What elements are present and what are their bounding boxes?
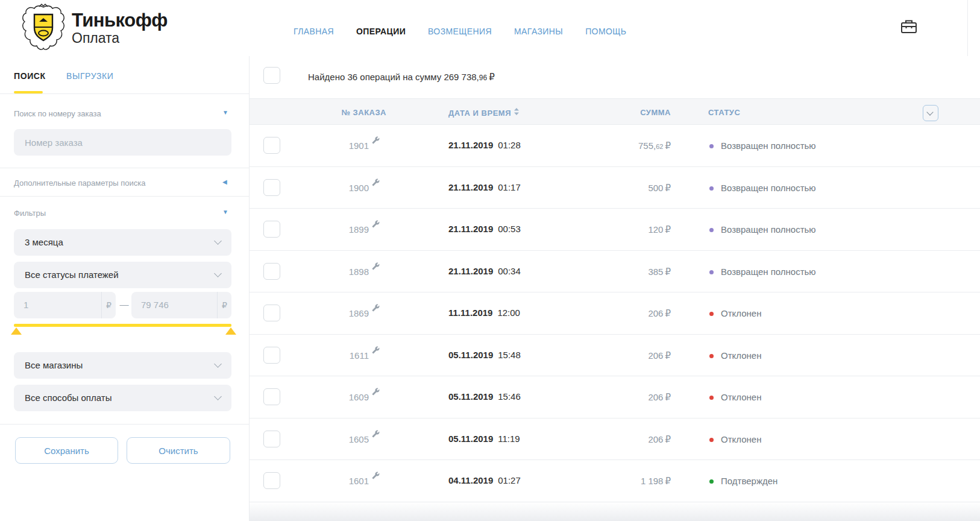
row-checkbox[interactable]: [263, 472, 280, 489]
period-select-value: 3 месяца: [25, 237, 63, 247]
order-number-cell: 1611: [309, 350, 369, 361]
operations-list: 1901 21.11.201901:28 755,62₽ Возвращен п…: [250, 125, 980, 502]
row-checkbox[interactable]: [263, 347, 280, 364]
amount-value: 206: [648, 350, 663, 361]
amount-cell: 500₽: [580, 183, 671, 194]
brand-title: Тинькофф: [72, 11, 168, 30]
payment-status-select[interactable]: Все статусы платежей: [14, 262, 231, 288]
nav-item-home[interactable]: ГЛАВНАЯ: [294, 27, 334, 36]
nav-item-refunds[interactable]: ВОЗМЕЩЕНИЯ: [428, 27, 492, 36]
column-header-amount[interactable]: СУММА: [587, 108, 671, 117]
date-value: 21.11.2019: [448, 224, 493, 234]
amount-value: 1 198: [641, 476, 664, 486]
status-label: Возвращен полностью: [721, 183, 816, 193]
datetime-cell: 05.11.201915:48: [448, 350, 521, 360]
row-checkbox[interactable]: [263, 263, 280, 280]
wrench-icon: [372, 303, 380, 314]
chevron-down-icon: [214, 270, 222, 277]
amount-value: 206: [648, 308, 663, 318]
row-checkbox[interactable]: [263, 221, 280, 238]
row-checkbox[interactable]: [263, 305, 280, 321]
order-number-input[interactable]: [14, 129, 231, 156]
row-checkbox[interactable]: [263, 388, 280, 405]
table-row[interactable]: 1900 21.11.201901:17 500₽ Возвращен полн…: [250, 167, 980, 209]
nav-item-help[interactable]: ПОМОЩЬ: [585, 27, 626, 36]
row-checkbox[interactable]: [263, 179, 280, 196]
tab-exports[interactable]: ВЫГРУЗКИ: [66, 71, 113, 81]
datetime-cell: 05.11.201911:19: [448, 434, 520, 444]
order-number-cell: 1898: [309, 267, 369, 277]
wrench-icon: [372, 429, 380, 440]
tabs-divider: [0, 93, 249, 94]
chevron-down-icon: [214, 237, 222, 245]
wrench-icon: [372, 219, 380, 230]
datetime-cell: 21.11.201900:53: [448, 224, 521, 234]
amount-to-input[interactable]: [141, 300, 201, 310]
ruble-sign: ₽: [665, 350, 671, 361]
tab-search[interactable]: ПОИСК: [14, 71, 46, 81]
ruble-sign: ₽: [101, 292, 116, 318]
wrench-icon: [372, 262, 380, 272]
logo[interactable]: Тинькофф Оплата: [21, 4, 168, 54]
briefcase-icon[interactable]: [900, 18, 917, 35]
triangle-down-icon[interactable]: ▼: [222, 209, 228, 215]
ruble-sign: ₽: [665, 224, 671, 235]
logo-text: Тинькофф Оплата: [72, 11, 168, 46]
additional-params-label: Дополнительные параметры поиска: [14, 178, 145, 188]
time-value: 15:46: [498, 391, 521, 402]
status-dot: [709, 479, 714, 484]
column-header-datetime[interactable]: ДАТА И ВРЕМЯ: [448, 108, 519, 118]
wrench-icon: [372, 178, 380, 188]
table-row[interactable]: 1869 11.11.201912:00 206₽ Отклонен: [250, 292, 980, 335]
amount-from-input[interactable]: [24, 300, 84, 310]
status-dot: [709, 228, 714, 232]
table-row[interactable]: 1601 04.11.201901:27 1 198₽ Подтвержден: [250, 460, 980, 502]
chevron-down-icon: [214, 393, 222, 400]
top-header: Тинькофф Оплата ГЛАВНАЯ ОПЕРАЦИИ ВОЗМЕЩЕ…: [0, 0, 980, 57]
nav-item-shops[interactable]: МАГАЗИНЫ: [514, 27, 563, 36]
brand-subtitle: Оплата: [72, 30, 168, 46]
order-number-cell: 1609: [309, 392, 369, 402]
table-row[interactable]: 1605 05.11.201911:19 206₽ Отклонен: [250, 418, 980, 461]
status-label: Возвращен полностью: [721, 141, 816, 151]
divider: [0, 424, 249, 425]
main-nav: ГЛАВНАЯ ОПЕРАЦИИ ВОЗМЕЩЕНИЯ МАГАЗИНЫ ПОМ…: [294, 27, 626, 36]
payment-status-value: Все статусы платежей: [25, 270, 119, 280]
row-checkbox[interactable]: [263, 137, 280, 154]
table-row[interactable]: 1901 21.11.201901:28 755,62₽ Возвращен п…: [250, 125, 980, 167]
time-value: 12:00: [497, 308, 520, 318]
order-number: 1898: [349, 267, 369, 277]
payment-methods-select[interactable]: Все способы оплаты: [14, 385, 231, 411]
save-button[interactable]: Сохранить: [15, 437, 118, 464]
datetime-cell: 21.11.201900:34: [448, 266, 521, 276]
triangle-left-icon[interactable]: ◀: [222, 179, 227, 185]
row-checkbox[interactable]: [263, 431, 280, 447]
table-row[interactable]: 1899 21.11.201900:53 120₽ Возвращен полн…: [250, 209, 980, 251]
order-number-cell: 1605: [309, 434, 369, 444]
table-row[interactable]: 1898 21.11.201900:34 385₽ Возвращен полн…: [250, 251, 980, 293]
triangle-down-icon[interactable]: ▼: [222, 110, 228, 116]
column-header-order[interactable]: № ЗАКАЗА: [286, 108, 386, 117]
table-row[interactable]: 1609 05.11.201915:46 206₽ Отклонен: [250, 376, 980, 418]
amount-value: 120: [648, 224, 663, 235]
column-header-status[interactable]: СТАТУС: [708, 108, 740, 117]
status-label: Подтвержден: [721, 476, 777, 486]
time-value: 00:34: [498, 266, 521, 276]
amount-value: 500: [648, 183, 663, 193]
nav-item-operations[interactable]: ОПЕРАЦИИ: [356, 27, 406, 36]
clear-button[interactable]: Очистить: [127, 437, 230, 464]
shops-select[interactable]: Все магазины: [14, 352, 231, 379]
sort-arrows-icon: [514, 108, 519, 117]
slider-handle-max[interactable]: [225, 327, 236, 335]
amount-cell: 120₽: [580, 224, 671, 235]
collapse-table-button[interactable]: [923, 105, 938, 121]
slider-handle-min[interactable]: [11, 327, 22, 335]
column-header-datetime-label: ДАТА И ВРЕМЯ: [448, 109, 511, 118]
divider: [0, 196, 249, 197]
time-value: 11:19: [498, 434, 520, 444]
period-select[interactable]: 3 месяца: [14, 229, 231, 256]
table-row[interactable]: 1611 05.11.201915:48 206₽ Отклонен: [250, 335, 980, 377]
select-all-checkbox[interactable]: [263, 67, 280, 84]
divider: [0, 168, 249, 168]
status-label: Отклонен: [721, 392, 761, 402]
